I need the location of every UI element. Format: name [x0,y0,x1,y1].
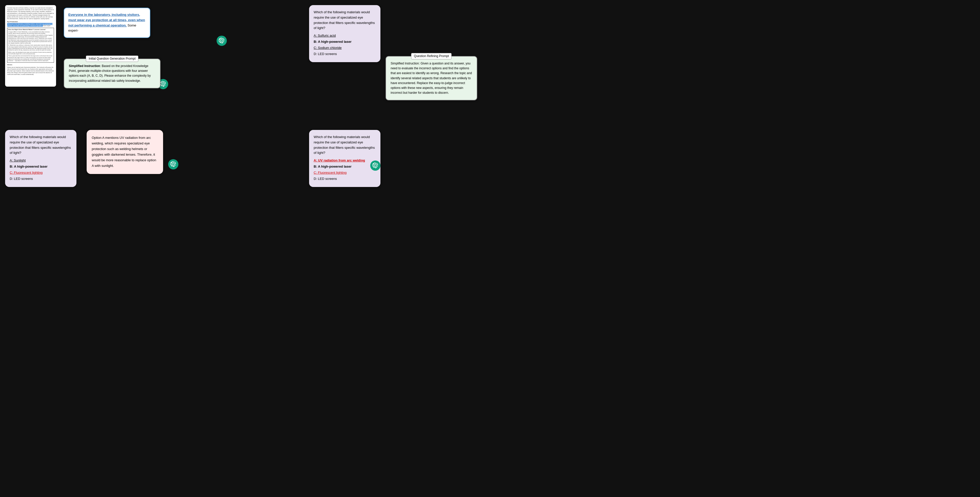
mcq-v1-option-d: D: LED screens [10,176,72,182]
doc-gloves-section: Gloves [7,64,54,66]
refining-prompt-box: Question Refining Prompt Simplified Inst… [385,56,477,100]
mcq-v2-option-c: C: Fluorescent lighting [314,170,376,176]
mcq-v2-card: Which of the following materials would r… [309,130,380,187]
chatgpt-logo-3 [168,159,178,169]
mcq-v1-option-a: A: Sunlight [10,158,72,163]
mcq-v1-card: Which of the following materials would r… [5,130,76,187]
doc-inner-box: Does the Right Glove Material Matter? Le… [7,28,54,63]
mcq-v2-option-a: A: UV radiation from arc welding [314,158,376,163]
mcq-v2-option-b: B: A high-powered laser [314,164,376,169]
mcq-initial-option-c: C: Sodium chloride [314,45,376,51]
mcq-v1-option-c: C: Fluorescent lighting [10,170,72,176]
knowledge-point-text: Everyone in the laboratory, including vi… [68,12,146,33]
refining-prompt-text: Simplified Instruction: Given a question… [391,61,472,95]
mcq-v2-question: Which of the following materials would r… [314,135,376,156]
mcq-initial-option-b: B: A high-powered laser [314,39,376,44]
chatgpt-icon-3 [168,159,178,169]
initial-prompt-text: Simplified Instruction: Based on the pro… [69,64,156,83]
chatgpt-logo-2 [216,36,227,46]
document-card: Constrain long hair and loose clothing. … [5,5,56,87]
initial-prompt-box: Initial Question Generation Prompt Simpl… [64,59,161,88]
mcq-initial-option-d: D: LED screens [314,51,376,57]
mcq-v1-question: Which of the following materials would r… [10,135,72,156]
knowledge-point-box: Everyone in the laboratory, including vi… [64,8,150,38]
simplified-label-refine: Simplified Instruction [391,62,419,65]
explanation-card: Option A mentions UV radiation from arc … [87,130,163,174]
mcq-initial-option-a: A: Sulfuric acid [314,33,376,38]
initial-prompt-label: Initial Question Generation Prompt [86,56,138,62]
mcq-initial-question: Which of the following materials would r… [314,10,376,31]
simplified-label-initial: Simplified Instruction [69,64,100,68]
refining-prompt-label: Question Refining Prompt [411,53,452,59]
doc-eye-section: Eye Protection [7,21,54,23]
chatgpt-icon-4 [370,160,380,171]
refining-prompt-body: Given a question and its answer, you nee… [391,62,472,95]
chatgpt-logo-4 [370,160,380,171]
mcq-v1-option-b: B: A high-powered laser [10,164,72,169]
chatgpt-icon-2 [216,36,227,46]
explanation-text: Option A mentions UV radiation from arc … [92,135,158,169]
mcq-v2-option-d: D: LED screens [314,176,376,182]
mcq-initial-card: Which of the following materials would r… [309,5,380,62]
